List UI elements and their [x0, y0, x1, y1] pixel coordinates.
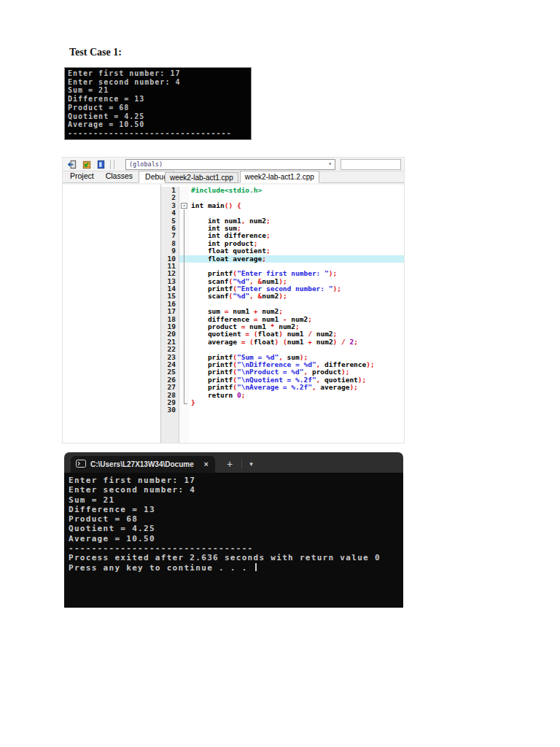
code-line: 28 return 0;	[161, 392, 404, 399]
code-editor[interactable]: 1#include<stdio.h>23-int main() {45 int …	[161, 185, 404, 443]
file-tab-week2-lab-act1-2[interactable]: week2-lab-act1.2.cpp	[240, 171, 319, 183]
file-tab-week2-lab-act1[interactable]: week2-lab-act1.cpp	[165, 172, 238, 183]
globals-combobox-value: (globals)	[129, 160, 163, 168]
code-line: 3-int main() {	[161, 202, 404, 209]
titlebar-divider	[241, 460, 242, 468]
terminal-prompt-line: Press any key to continue . . .	[69, 563, 399, 573]
terminal-icon	[76, 460, 86, 469]
terminal-titlebar: C:\Users\L27X13W34\Docume × + ▾	[64, 452, 403, 473]
file-tabs: week2-lab-act1.cpp week2-lab-act1.2.cpp	[165, 171, 321, 183]
close-tab-icon[interactable]: ×	[203, 460, 210, 468]
tab-classes[interactable]: Classes	[100, 171, 139, 183]
console-output-text: Enter first number: 17 Enter second numb…	[68, 69, 248, 138]
terminal-output-text: Enter first number: 17 Enter second numb…	[69, 476, 399, 563]
toolbar-separator	[110, 160, 111, 169]
text-cursor	[255, 563, 257, 571]
panel-tabs: Project Classes Debug	[64, 171, 174, 183]
chevron-down-icon: ▾	[328, 161, 332, 167]
terminal-window: C:\Users\L27X13W34\Docume × + ▾ Enter fi…	[64, 452, 403, 608]
ide-toolbar: (globals) ▾	[63, 158, 404, 171]
ide-tab-row: Project Classes Debug week2-lab-act1.cpp…	[63, 171, 404, 183]
tab-project[interactable]: Project	[64, 171, 100, 183]
toolbar-secondary-field[interactable]	[341, 159, 401, 170]
code-line: 1#include<stdio.h>	[161, 187, 404, 194]
folder-arrow-icon[interactable]	[80, 158, 92, 170]
terminal-tab[interactable]: C:\Users\L27X13W34\Docume ×	[71, 456, 215, 473]
editor-filler	[161, 414, 404, 443]
tab-dropdown-icon[interactable]: ▾	[249, 460, 253, 468]
exit-icon[interactable]	[66, 158, 77, 170]
terminal-content[interactable]: Enter first number: 17 Enter second numb…	[64, 473, 403, 608]
code-line: 15 scanf("%d", &num2);	[161, 293, 404, 300]
terminal-tab-title: C:\Users\L27X13W34\Docume	[90, 460, 198, 468]
code-line: 29}	[161, 399, 404, 406]
test-case-heading: Test Case 1:	[69, 47, 122, 58]
code-line: 21 average = (float) (num1 + num2) / 2;	[161, 338, 404, 346]
code-line: 30	[161, 406, 404, 414]
ide-window: (globals) ▾ Project Classes Debug week2-…	[62, 157, 405, 444]
console-screenshot: Enter first number: 17 Enter second numb…	[64, 67, 252, 140]
globals-combobox[interactable]: (globals) ▾	[125, 159, 335, 170]
toolbar-separator	[114, 160, 114, 169]
book-icon[interactable]	[95, 158, 106, 170]
new-tab-button[interactable]: +	[227, 459, 233, 469]
code-line: 10 float average;	[161, 255, 404, 263]
ide-body: 1#include<stdio.h>23-int main() {45 int …	[63, 185, 404, 443]
project-browser-panel[interactable]	[63, 185, 161, 443]
